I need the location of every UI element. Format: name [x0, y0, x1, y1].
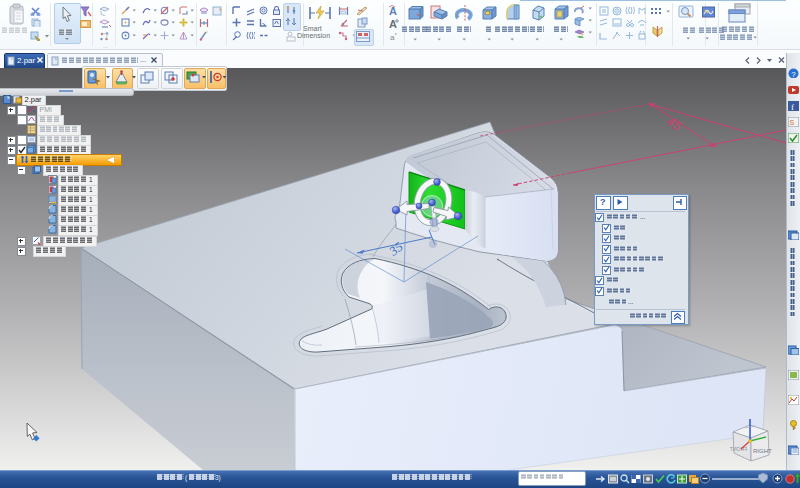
svg-text:a: a: [390, 33, 395, 41]
svg-text:?: ?: [791, 70, 796, 79]
svg-text:RIGHT: RIGHT: [753, 448, 772, 454]
svg-text:S: S: [790, 119, 795, 126]
svg-text:A: A: [389, 18, 397, 29]
svg-text:f: f: [791, 102, 794, 112]
